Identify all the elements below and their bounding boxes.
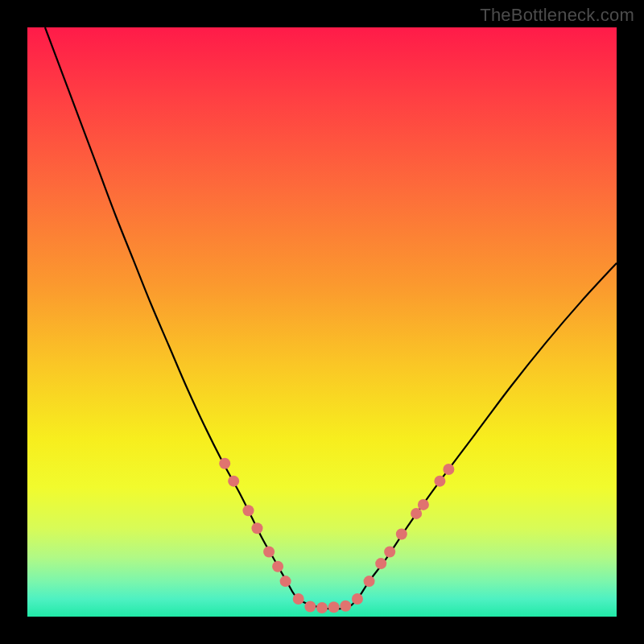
sample-dot [443, 464, 454, 475]
sample-dots-group [219, 458, 454, 613]
chart-frame: TheBottleneck.com [0, 0, 644, 644]
bottleneck-curve [45, 27, 617, 609]
sample-dot [272, 561, 283, 572]
watermark-label: TheBottleneck.com [480, 5, 634, 26]
sample-dot [316, 602, 328, 613]
sample-dot [375, 558, 386, 569]
sample-dot [293, 593, 304, 605]
sample-dot [384, 546, 395, 557]
sample-dot [280, 576, 291, 587]
sample-dot [251, 522, 262, 534]
sample-dot [219, 458, 230, 469]
curve-layer [27, 27, 617, 617]
sample-dot [340, 601, 351, 612]
sample-dot [243, 505, 254, 516]
sample-dot [364, 576, 375, 587]
sample-dot [418, 499, 429, 510]
sample-dot [304, 601, 316, 613]
sample-dot [411, 508, 422, 519]
sample-dot [263, 546, 275, 557]
sample-dot [328, 601, 340, 613]
sample-dot [228, 476, 239, 487]
sample-dot [352, 593, 363, 605]
sample-dot [396, 529, 407, 540]
plot-area [27, 27, 617, 617]
sample-dot [434, 476, 445, 487]
